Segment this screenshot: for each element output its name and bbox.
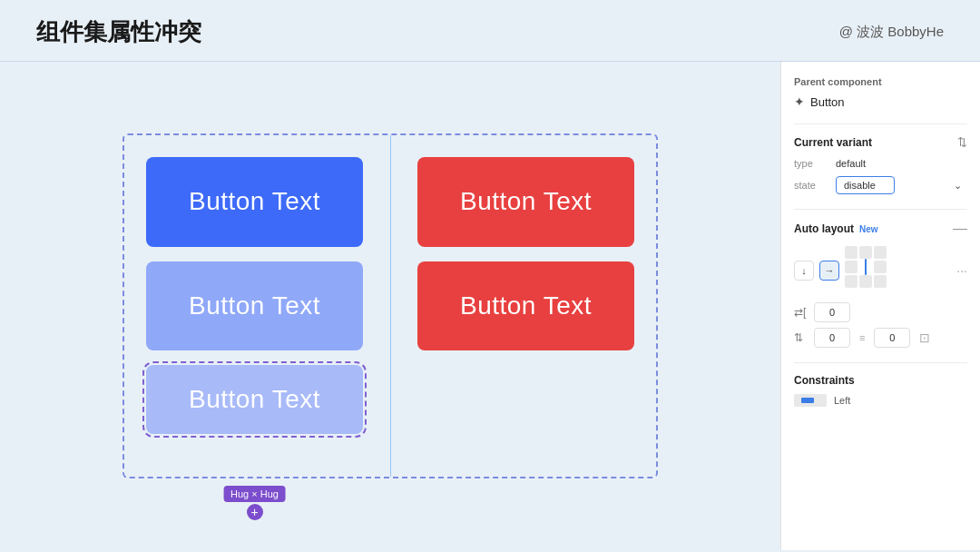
divider-1 xyxy=(794,123,967,124)
spacing-input-1[interactable]: 0 xyxy=(814,302,850,322)
current-variant-section: Current variant ⇅ type default state def… xyxy=(794,135,967,194)
divider-3 xyxy=(794,362,967,363)
constraints-section: Constraints Left xyxy=(794,374,967,407)
align-cell-mc xyxy=(859,261,872,273)
constraint-value: Left xyxy=(834,395,850,406)
align-grid-container xyxy=(845,246,887,288)
more-options-btn[interactable]: ··· xyxy=(956,263,967,278)
button-red-1[interactable]: Button Text xyxy=(417,157,634,247)
align-cell-tc xyxy=(859,246,872,259)
auto-layout-section: Auto layout New — ↓ → xyxy=(794,221,967,348)
align-center-bar xyxy=(865,259,867,275)
author-label: @ 波波 BobbyHe xyxy=(839,24,944,41)
header: 组件集属性冲突 @ 波波 BobbyHe xyxy=(0,0,980,61)
parent-component-label: Parent component xyxy=(794,76,967,87)
state-label: state xyxy=(794,180,830,191)
direction-right-btn[interactable]: → xyxy=(819,261,839,281)
spacing-input-2[interactable]: 0 xyxy=(814,328,850,348)
align-cell-tl xyxy=(845,246,858,259)
variant-icon: ⇅ xyxy=(957,135,967,149)
spacing-icon-2: ⇅ xyxy=(794,331,808,344)
type-row: type default xyxy=(794,158,967,169)
autolayout-label: Auto layout xyxy=(794,222,854,235)
spacing-icon-1: ⇄[ xyxy=(794,306,808,319)
guide-line xyxy=(390,135,391,477)
autolayout-header: Auto layout New — xyxy=(794,221,967,237)
constraints-header: Constraints xyxy=(794,374,967,387)
main-layout: Button Text Button Text Button Text Butt… xyxy=(0,62,980,550)
minus-icon[interactable]: — xyxy=(953,221,967,237)
state-select[interactable]: default hover disable active xyxy=(836,176,895,194)
frame-container: Button Text Button Text Button Text Butt… xyxy=(122,133,658,478)
align-cell-br xyxy=(874,275,887,288)
direction-row: ↓ → xyxy=(794,246,967,295)
component-row: ✦ Button xyxy=(794,94,967,109)
parent-component-section: Parent component ✦ Button xyxy=(794,76,967,109)
constraints-visual: Left xyxy=(794,394,967,407)
spacing-row-1: ⇄[ 0 xyxy=(794,302,967,322)
type-value: default xyxy=(836,158,967,169)
variant-title: Current variant xyxy=(794,136,872,149)
constraint-bar-inner xyxy=(801,398,814,403)
align-cell-bc xyxy=(859,275,872,288)
canvas-area: Button Text Button Text Button Text Butt… xyxy=(0,62,780,550)
resize-icon: ⊡ xyxy=(919,330,934,345)
align-cell-bl xyxy=(845,275,858,288)
component-icon: ✦ xyxy=(794,94,805,109)
button-selected-wrapper: Button Text Hug × Hug + xyxy=(146,365,363,455)
spacing-row-2: ⇅ 0 ≡ 0 ⊡ xyxy=(794,328,967,348)
component-name: Button xyxy=(810,95,845,109)
align-cell-mr xyxy=(874,261,887,273)
spacing-input-3[interactable]: 0 xyxy=(874,328,910,348)
state-row: state default hover disable active xyxy=(794,176,967,194)
align-cell-ml xyxy=(845,261,858,273)
autolayout-title: Auto layout New xyxy=(794,222,878,235)
constraint-bar xyxy=(794,394,827,407)
direction-down-btn[interactable]: ↓ xyxy=(794,261,814,281)
button-red-2[interactable]: Button Text xyxy=(417,261,634,351)
align-grid xyxy=(845,246,887,288)
new-badge: New xyxy=(859,224,878,234)
button-selected[interactable]: Button Text xyxy=(146,365,363,434)
state-select-wrapper[interactable]: default hover disable active xyxy=(836,176,967,194)
type-label: type xyxy=(794,158,830,169)
hug-label: Hug × Hug xyxy=(223,486,286,502)
button-blue-1[interactable]: Button Text xyxy=(146,157,363,247)
button-blue-2[interactable]: Button Text xyxy=(146,261,363,351)
align-cell-tr xyxy=(874,246,887,259)
add-icon[interactable]: + xyxy=(247,504,263,520)
page-title: 组件集属性冲突 xyxy=(36,16,201,48)
variant-header: Current variant ⇅ xyxy=(794,135,967,149)
right-panel: Parent component ✦ Button Current varian… xyxy=(780,62,980,550)
divider-2 xyxy=(794,209,967,210)
